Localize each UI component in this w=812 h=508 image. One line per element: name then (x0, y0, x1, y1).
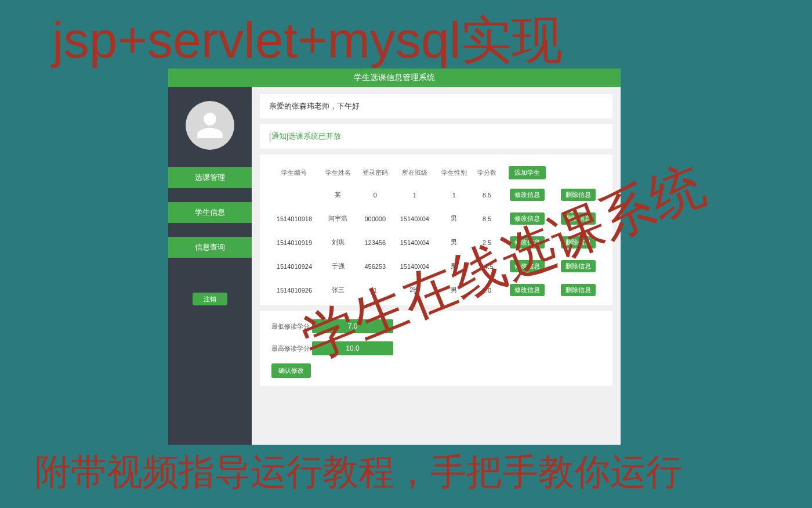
cell-class: 15140X04 (394, 207, 436, 230)
banner-bottom: 附带视频指导运行教程，手把手教你运行 (35, 448, 682, 496)
cell-sex: 男 (436, 254, 473, 278)
cell-id: 1514010918 (269, 207, 320, 230)
cell-name: 刘琪 (320, 230, 357, 254)
min-credit-label: 最低修读学分 (271, 322, 312, 331)
edit-button[interactable]: 修改信息 (510, 260, 545, 272)
logout-button[interactable]: 注销 (193, 293, 227, 305)
cell-id: 1514010924 (269, 254, 320, 278)
cell-id: 1514010919 (269, 230, 320, 254)
students-table: 学生编号 学生姓名 登录密码 所在班级 学生性别 学分数 添加学生 某0118.… (269, 163, 603, 302)
col-pwd: 登录密码 (357, 163, 394, 183)
edit-button[interactable]: 修改信息 (510, 212, 545, 225)
delete-button[interactable]: 删除信息 (561, 260, 596, 272)
cell-class: 2班 (394, 278, 436, 302)
nav: 选课管理 学生信息 信息查询 (168, 167, 252, 272)
credits-card: 最低修读学分 最高修读学分 确认修改 (260, 311, 612, 386)
main-content: 亲爱的张森玮老师，下午好 [通知]选课系统已开放 学生编号 学生姓名 登录密码 … (252, 87, 621, 445)
delete-button[interactable]: 删除信息 (561, 236, 596, 248)
cell-sex: 男 (436, 278, 473, 302)
table-row: 某0118.5修改信息删除信息 (269, 183, 603, 207)
cell-credit: 8.5 (473, 207, 501, 230)
cell-sex: 男 (436, 230, 473, 254)
max-credit-label: 最高修读学分 (271, 344, 312, 353)
cell-name: 张三 (320, 278, 357, 302)
table-row: 1514010926张三12班男0.0修改信息删除信息 (269, 278, 603, 302)
notice-text[interactable]: [通知]选课系统已开放 (269, 132, 341, 140)
cell-credit: 2.5 (473, 230, 501, 254)
col-sex: 学生性别 (436, 163, 473, 183)
app-window: 学生选课信息管理系统 选课管理 学生信息 信息查询 注销 亲爱的张森玮老师，下午… (168, 69, 621, 445)
col-class: 所在班级 (394, 163, 436, 183)
col-id: 学生编号 (269, 163, 320, 183)
cell-name: 某 (320, 183, 357, 207)
students-table-card: 学生编号 学生姓名 登录密码 所在班级 学生性别 学分数 添加学生 某0118.… (260, 154, 612, 305)
cell-sex: 男 (436, 207, 473, 230)
edit-button[interactable]: 修改信息 (510, 189, 545, 201)
cell-credit: 14.5 (473, 254, 501, 278)
cell-class: 15140X04 (394, 254, 436, 278)
cell-pwd: 456253 (357, 254, 394, 278)
edit-button[interactable]: 修改信息 (510, 236, 545, 248)
sidebar: 选课管理 学生信息 信息查询 注销 (168, 87, 252, 445)
cell-pwd: 0 (357, 183, 394, 207)
topbar: 学生选课信息管理系统 (168, 69, 621, 87)
notice-card: [通知]选课系统已开放 (260, 124, 612, 149)
confirm-edit-button[interactable]: 确认修改 (271, 363, 311, 378)
col-credit: 学分数 (473, 163, 501, 183)
min-credit-input[interactable] (312, 319, 393, 333)
banner-top: jsp+servlet+mysql实现 (52, 6, 563, 75)
cell-name: 于强 (320, 254, 357, 278)
table-row: 1514010919刘琪12345615140X04男2.5修改信息删除信息 (269, 230, 603, 254)
avatar (186, 101, 234, 150)
col-name: 学生姓名 (320, 163, 357, 183)
delete-button[interactable]: 删除信息 (561, 212, 596, 225)
delete-button[interactable]: 删除信息 (561, 189, 596, 201)
cell-pwd: 123456 (357, 230, 394, 254)
table-row: 1514010924于强45625315140X04男14.5修改信息删除信息 (269, 254, 603, 278)
cell-class: 1 (394, 183, 436, 207)
cell-credit: 0.0 (473, 278, 501, 302)
user-icon (195, 110, 225, 140)
nav-course-manage[interactable]: 选课管理 (168, 167, 252, 188)
delete-button[interactable]: 删除信息 (561, 284, 596, 296)
greeting-text: 亲爱的张森玮老师，下午好 (269, 102, 360, 110)
edit-button[interactable]: 修改信息 (510, 284, 545, 296)
app-title: 学生选课信息管理系统 (354, 73, 435, 83)
cell-id (269, 183, 320, 207)
cell-class: 15140X04 (394, 230, 436, 254)
cell-id: 1514010926 (269, 278, 320, 302)
table-row: 1514010918闫宇浩00000015140X04男8.5修改信息删除信息 (269, 207, 603, 230)
add-student-button[interactable]: 添加学生 (509, 166, 546, 179)
nav-student-info[interactable]: 学生信息 (168, 202, 252, 223)
cell-pwd: 000000 (357, 207, 394, 230)
cell-name: 闫宇浩 (320, 207, 357, 230)
cell-pwd: 1 (357, 278, 394, 302)
cell-credit: 8.5 (473, 183, 501, 207)
nav-info-query[interactable]: 信息查询 (168, 237, 252, 258)
cell-sex: 1 (436, 183, 473, 207)
greeting-card: 亲爱的张森玮老师，下午好 (260, 94, 612, 118)
max-credit-input[interactable] (312, 341, 393, 355)
